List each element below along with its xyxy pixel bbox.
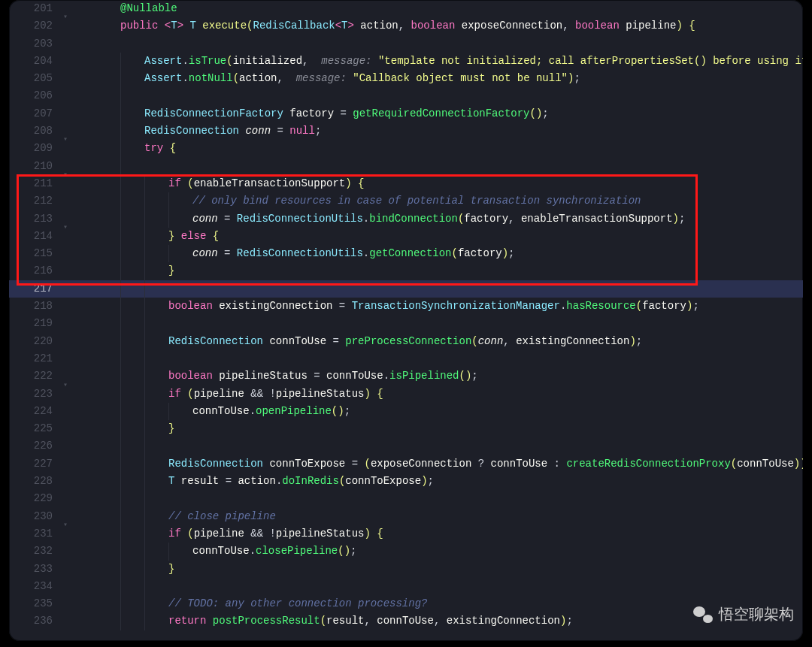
line-number[interactable]: 211 [9, 175, 59, 192]
line-number[interactable]: 219 [9, 315, 59, 332]
line-number[interactable]: 221 [9, 350, 59, 367]
code-content[interactable] [81, 35, 803, 53]
line-number[interactable]: 220 [9, 333, 59, 350]
code-line[interactable]: 229 [9, 490, 803, 507]
code-line[interactable]: 231▾if (pipeline && !pipelineStatus) { [9, 525, 803, 543]
code-line[interactable]: 204Assert.isTrue(initialized, message: "… [9, 53, 803, 70]
code-editor[interactable]: 201@Nullable202▾public <T> T execute(Red… [9, 0, 803, 641]
code-line[interactable]: 219 [9, 315, 803, 332]
code-content[interactable]: // close pipeline [81, 508, 803, 525]
code-line[interactable]: 227RedisConnection connToExpose = (expos… [9, 455, 803, 473]
line-number[interactable]: 224 [9, 403, 59, 420]
code-content[interactable] [81, 315, 803, 332]
line-number[interactable]: 231 [9, 525, 59, 543]
line-number[interactable]: 205 [9, 70, 59, 87]
code-line[interactable]: 224connToUse.openPipeline(); [9, 403, 803, 420]
code-content[interactable]: Assert.notNull(action, message: "Callbac… [81, 70, 803, 87]
line-number[interactable]: 204 [9, 53, 59, 70]
line-number[interactable]: 206 [9, 87, 59, 104]
code-content[interactable]: } [81, 262, 803, 280]
code-content[interactable]: if (pipeline && !pipelineStatus) { [81, 385, 803, 403]
line-number[interactable]: 217 [9, 280, 59, 298]
code-line[interactable]: 223▾if (pipeline && !pipelineStatus) { [9, 385, 803, 403]
code-line[interactable]: 210 [9, 158, 803, 175]
code-line[interactable]: 213conn = RedisConnectionUtils.bindConne… [9, 210, 803, 228]
line-number[interactable]: 203 [9, 35, 59, 53]
line-number[interactable]: 235 [9, 595, 59, 612]
fold-icon[interactable]: ▾ [63, 219, 68, 236]
line-number[interactable]: 230 [9, 508, 59, 525]
code-line[interactable]: 230// close pipeline [9, 508, 803, 525]
line-number[interactable]: 234 [9, 578, 59, 595]
code-line[interactable]: 202▾public <T> T execute(RedisCallback<T… [9, 17, 803, 35]
code-line[interactable]: 225} [9, 420, 803, 437]
code-line[interactable]: 206 [9, 87, 803, 104]
code-line[interactable]: 209▾try { [9, 140, 803, 157]
line-number[interactable]: 210 [9, 158, 59, 175]
code-line[interactable]: 201@Nullable [9, 0, 803, 17]
code-content[interactable]: RedisConnection connToExpose = (exposeCo… [81, 455, 803, 473]
line-number[interactable]: 209 [9, 140, 59, 157]
code-line[interactable]: 226 [9, 437, 803, 455]
code-line[interactable]: 233} [9, 561, 803, 578]
line-number[interactable]: 226 [9, 437, 59, 455]
line-number[interactable]: 227 [9, 455, 59, 473]
code-content[interactable]: public <T> T execute(RedisCallback<T> ac… [81, 17, 803, 35]
line-number[interactable]: 213 [9, 210, 59, 228]
code-line[interactable]: 220RedisConnection connToUse = preProces… [9, 333, 803, 350]
fold-icon[interactable]: ▾ [63, 516, 68, 534]
code-line[interactable]: 214▾} else { [9, 228, 803, 245]
code-line[interactable]: 217 [9, 280, 803, 298]
line-number[interactable]: 223 [9, 385, 59, 403]
line-number[interactable]: 236 [9, 612, 59, 630]
code-line[interactable]: 235// TODO: any other connection process… [9, 595, 803, 612]
line-number[interactable]: 208 [9, 122, 59, 140]
code-content[interactable]: T result = action.doInRedis(connToExpose… [81, 473, 803, 490]
line-number[interactable]: 228 [9, 473, 59, 490]
code-content[interactable] [81, 158, 803, 175]
code-content[interactable]: if (enableTransactionSupport) { [81, 175, 803, 192]
code-content[interactable]: conn = RedisConnectionUtils.getConnectio… [81, 245, 803, 262]
code-content[interactable] [81, 87, 803, 104]
code-content[interactable] [81, 490, 803, 507]
line-number[interactable]: 232 [9, 543, 59, 560]
code-line[interactable]: 216} [9, 262, 803, 280]
code-content[interactable]: // only bind resources in case of potent… [81, 192, 803, 210]
code-content[interactable]: RedisConnection connToUse = preProcessCo… [81, 333, 803, 350]
code-content[interactable]: @Nullable [81, 0, 803, 17]
code-content[interactable] [81, 280, 803, 298]
code-line[interactable]: 207RedisConnectionFactory factory = getR… [9, 105, 803, 122]
code-line[interactable]: 234 [9, 578, 803, 595]
code-content[interactable]: RedisConnection conn = null; [81, 122, 803, 140]
line-number[interactable]: 216 [9, 262, 59, 280]
code-line[interactable]: 222boolean pipelineStatus = connToUse.is… [9, 367, 803, 385]
code-line[interactable]: 208RedisConnection conn = null; [9, 122, 803, 140]
code-content[interactable]: conn = RedisConnectionUtils.bindConnecti… [81, 210, 803, 228]
fold-icon[interactable]: ▾ [63, 132, 68, 149]
fold-icon[interactable]: ▾ [63, 9, 68, 26]
line-number[interactable]: 222 [9, 367, 59, 385]
code-content[interactable]: } [81, 420, 803, 437]
code-content[interactable] [81, 437, 803, 455]
line-number[interactable]: 215 [9, 245, 59, 262]
code-content[interactable]: Assert.isTrue(initialized, message: "tem… [81, 53, 803, 70]
code-content[interactable]: boolean pipelineStatus = connToUse.isPip… [81, 367, 803, 385]
code-content[interactable]: boolean existingConnection = Transaction… [81, 298, 803, 315]
code-line[interactable]: 203 [9, 35, 803, 53]
code-content[interactable]: connToUse.openPipeline(); [81, 403, 803, 420]
code-line[interactable]: 221 [9, 350, 803, 367]
code-content[interactable]: RedisConnectionFactory factory = getRequ… [81, 105, 803, 122]
code-content[interactable]: } else { [81, 228, 803, 245]
code-content[interactable]: if (pipeline && !pipelineStatus) { [81, 525, 803, 543]
line-number[interactable]: 207 [9, 105, 59, 122]
code-line[interactable]: 236return postProcessResult(result, conn… [9, 612, 803, 630]
line-number[interactable]: 229 [9, 490, 59, 507]
code-line[interactable]: 232connToUse.closePipeline(); [9, 543, 803, 560]
line-number[interactable]: 212 [9, 192, 59, 210]
fold-icon[interactable]: ▾ [63, 376, 68, 394]
code-content[interactable]: } [81, 561, 803, 578]
code-line[interactable]: 228T result = action.doInRedis(connToExp… [9, 473, 803, 490]
code-line[interactable]: 215conn = RedisConnectionUtils.getConnec… [9, 245, 803, 262]
code-content[interactable]: connToUse.closePipeline(); [81, 543, 803, 560]
code-content[interactable]: try { [81, 140, 803, 157]
